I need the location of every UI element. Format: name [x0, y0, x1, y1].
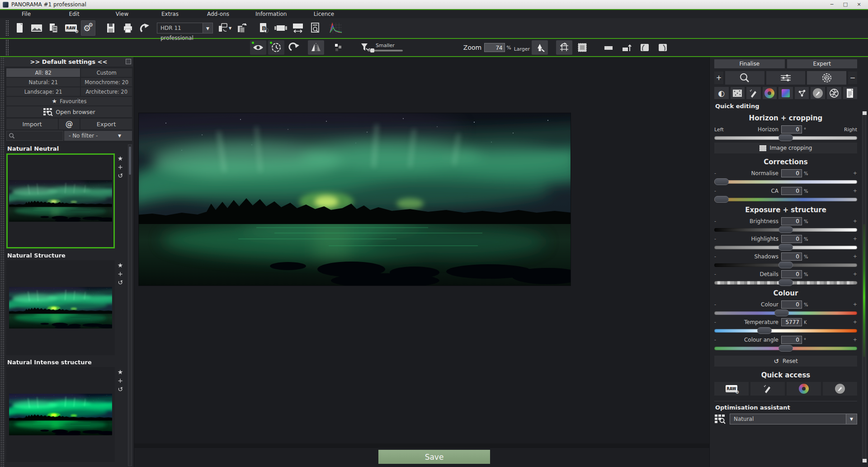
panel-grip[interactable] [0, 57, 5, 467]
flip-horizontal-button[interactable] [308, 40, 324, 55]
slider-handle[interactable] [714, 178, 729, 185]
open-browser-button[interactable]: Open browser [6, 106, 132, 117]
add-panel-button[interactable]: + [714, 71, 723, 84]
tab-expert[interactable]: Expert [787, 59, 858, 68]
menu-addons[interactable]: Add-ons [207, 11, 229, 17]
brightness-slider[interactable] [714, 228, 857, 232]
menu-licence[interactable]: Licence [313, 11, 335, 17]
crop-rotate-button[interactable] [556, 40, 572, 55]
add-icon[interactable]: + [118, 271, 123, 277]
decrease-label[interactable]: - [714, 170, 716, 176]
toolbar-grip[interactable] [5, 20, 9, 36]
preview-window-button[interactable] [308, 20, 322, 36]
colour-value[interactable]: 0 [781, 300, 802, 309]
original-view-button[interactable] [268, 40, 284, 55]
fit-width-button[interactable] [600, 40, 617, 55]
panorama-width-button[interactable] [291, 20, 305, 36]
scrollbar-thumb[interactable] [129, 147, 131, 175]
thumbnail-size-slider[interactable] [368, 50, 403, 52]
menu-file[interactable]: File [15, 11, 37, 17]
normalise-slider[interactable] [714, 180, 857, 184]
panel-scrollbar[interactable] [862, 111, 866, 462]
slider-handle[interactable] [774, 310, 789, 316]
page-curl-left-button[interactable] [637, 40, 653, 55]
detail-view-button[interactable] [330, 40, 347, 55]
add-icon[interactable]: + [118, 377, 123, 384]
refresh-icon[interactable]: ↺ [118, 279, 123, 286]
minimize-button[interactable]: ─ [826, 1, 838, 9]
increase-label[interactable]: + [853, 218, 857, 224]
compare-view-button[interactable] [250, 40, 266, 55]
slider-handle[interactable] [778, 262, 793, 268]
menu-edit[interactable]: Edit [63, 11, 85, 17]
fit-height-button[interactable] [618, 40, 635, 55]
toolbar-grip[interactable] [5, 39, 9, 56]
search-input[interactable] [6, 131, 63, 141]
add-icon[interactable]: + [118, 164, 123, 170]
auto-optimise-button[interactable] [807, 71, 846, 85]
panorama-image[interactable] [139, 113, 571, 286]
chevron-down-icon[interactable]: ▼ [846, 414, 857, 424]
aperture-tool-button[interactable] [827, 87, 841, 99]
star-icon[interactable]: ★ [118, 369, 123, 375]
copy-to-all-button[interactable] [235, 20, 249, 36]
transfer-devices-button[interactable]: ▼ [217, 20, 232, 36]
decrease-label[interactable]: - [714, 337, 716, 343]
image-canvas[interactable]: Save [134, 57, 710, 467]
open-image-button[interactable] [29, 20, 44, 36]
normalise-value[interactable]: 0 [781, 169, 802, 177]
preset-list-scrollbar[interactable] [128, 144, 132, 466]
zoom-larger-button[interactable] [532, 40, 548, 55]
temperature-slider[interactable] [714, 329, 857, 333]
ca-value[interactable]: 0 [781, 187, 802, 195]
scrollbar-cap[interactable] [863, 111, 867, 115]
raw-settings-button[interactable]: RAW⚙ [64, 20, 78, 36]
denoise-tool-button[interactable] [731, 87, 745, 99]
decrease-label[interactable]: - [714, 253, 716, 259]
search-tools-button[interactable] [725, 71, 764, 85]
export-presets-button[interactable]: Export [80, 119, 132, 129]
histogram-button[interactable] [329, 20, 343, 36]
slider-handle[interactable] [778, 345, 793, 352]
refresh-icon[interactable]: ↺ [118, 172, 123, 179]
highlights-value[interactable]: 0 [781, 235, 802, 243]
preset-thumbnail-natural-structure[interactable] [6, 260, 115, 355]
contrast-tool-button[interactable]: ◐ [714, 87, 729, 99]
slider-handle[interactable] [714, 196, 729, 203]
adjustments-button[interactable] [766, 71, 806, 85]
colour-angle-value[interactable]: 0 [781, 336, 802, 344]
tab-finalise[interactable]: Finalise [714, 59, 785, 68]
increase-label[interactable]: + [853, 188, 857, 194]
reset-button[interactable]: ↺ Reset [714, 356, 857, 367]
filter-architecture[interactable]: Architecture: 20 [81, 87, 132, 96]
image-cropping-button[interactable]: Image cropping [714, 143, 857, 153]
brightness-value[interactable]: 0 [781, 217, 802, 225]
decrease-label[interactable]: - [714, 188, 716, 194]
increase-label[interactable]: + [853, 301, 857, 307]
star-icon[interactable]: ★ [118, 262, 123, 268]
colour-wheel-tool-button[interactable] [763, 87, 777, 99]
colour-angle-slider[interactable] [714, 347, 857, 350]
preset-thumbnail-natural-intense-structure[interactable] [6, 367, 115, 462]
rgb-tool-button[interactable] [778, 87, 793, 99]
close-button[interactable]: × [853, 1, 865, 9]
increase-label[interactable]: + [853, 319, 857, 325]
chevron-down-icon[interactable]: ▼ [203, 23, 213, 33]
refresh-icon[interactable]: ↺ [118, 386, 123, 392]
print-button[interactable] [121, 20, 135, 36]
filter-landscape[interactable]: Landscape: 21 [6, 87, 80, 96]
slider-handle[interactable] [778, 279, 793, 286]
quick-retouch-button[interactable] [750, 382, 785, 396]
decrease-label[interactable]: - [714, 218, 716, 224]
slider-handle[interactable] [778, 244, 793, 251]
zoom-input[interactable] [484, 43, 505, 52]
temperature-value[interactable]: 5777 [781, 318, 802, 326]
scrollbar-cap[interactable] [863, 459, 867, 462]
shadows-slider[interactable] [714, 263, 857, 267]
increase-label[interactable]: + [853, 271, 857, 277]
colour-slider[interactable] [714, 311, 857, 315]
slider-handle[interactable] [370, 48, 374, 52]
batch-processing-button[interactable]: B [256, 20, 271, 36]
favourites-button[interactable]: ★ Favourites [6, 97, 132, 105]
new-file-button[interactable] [12, 20, 27, 36]
